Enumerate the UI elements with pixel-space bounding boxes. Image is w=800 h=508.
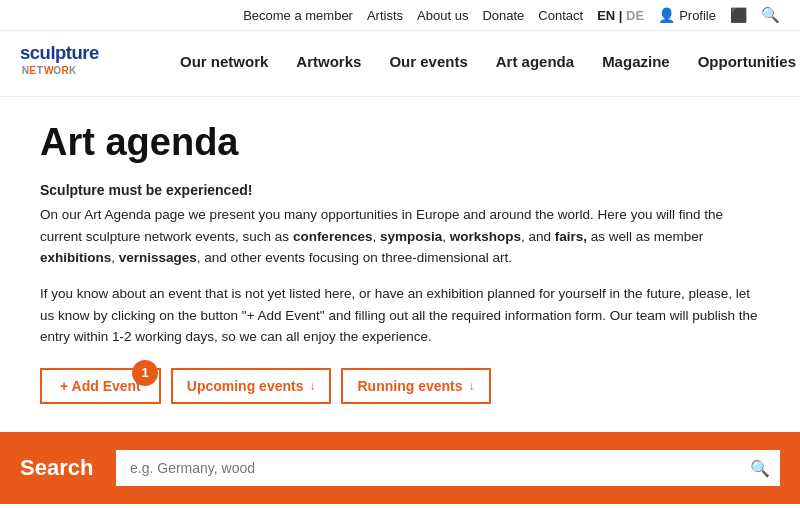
running-events-button[interactable]: Running events ↓ [341, 368, 490, 404]
upcoming-chevron-icon: ↓ [309, 379, 315, 393]
search-section: Search 🔍 [0, 432, 800, 504]
profile-link[interactable]: 👤 Profile [658, 7, 716, 23]
logo[interactable]: sculpture N E T W O R K [20, 39, 150, 96]
action-buttons-row: + Add Event 1 Upcoming events ↓ Running … [40, 368, 760, 404]
header: sculpture N E T W O R K Our network Artw… [0, 31, 800, 97]
search-icon[interactable]: 🔍 [761, 6, 780, 24]
intro-bold: Sculpture must be experienced! [40, 182, 760, 198]
language-switcher: EN | DE [597, 8, 644, 23]
running-chevron-icon: ↓ [469, 379, 475, 393]
about-us-link[interactable]: About us [417, 8, 468, 23]
donate-link[interactable]: Donate [482, 8, 524, 23]
nav-artworks[interactable]: Artworks [296, 53, 361, 70]
search-input-wrapper: 🔍 [116, 450, 780, 486]
profile-label[interactable]: Profile [679, 8, 716, 23]
top-bar: Become a member Artists About us Donate … [0, 0, 800, 31]
upcoming-events-button[interactable]: Upcoming events ↓ [171, 368, 332, 404]
search-label: Search [20, 455, 100, 481]
search-submit-icon: 🔍 [750, 459, 770, 476]
lang-de[interactable]: DE [626, 8, 644, 23]
running-events-label: Running events [357, 378, 462, 394]
nav-magazine[interactable]: Magazine [602, 53, 670, 70]
logout-icon[interactable]: ⬛ [730, 7, 747, 23]
nav-art-agenda[interactable]: Art agenda [496, 53, 574, 70]
page-title: Art agenda [40, 121, 760, 164]
search-submit-button[interactable]: 🔍 [750, 458, 770, 477]
lang-sep: | [619, 8, 626, 23]
notification-badge: 1 [132, 360, 158, 386]
become-member-link[interactable]: Become a member [243, 8, 353, 23]
contact-link[interactable]: Contact [538, 8, 583, 23]
user-icon: 👤 [658, 7, 675, 23]
upcoming-events-label: Upcoming events [187, 378, 304, 394]
nav-our-events[interactable]: Our events [389, 53, 467, 70]
nav-our-network[interactable]: Our network [180, 53, 268, 70]
page-content: Art agenda Sculpture must be experienced… [20, 97, 780, 404]
lang-en[interactable]: EN [597, 8, 615, 23]
svg-text:K: K [69, 65, 79, 76]
search-input[interactable] [116, 450, 780, 486]
main-nav: Our network Artworks Our events Art agen… [180, 53, 796, 82]
nav-opportunities[interactable]: Opportunities [698, 53, 796, 70]
svg-text:sculpture: sculpture [20, 42, 99, 63]
artists-link[interactable]: Artists [367, 8, 403, 23]
intro-paragraph-1: On our Art Agenda page we present you ma… [40, 204, 760, 269]
intro-paragraph-2: If you know about an event that is not y… [40, 283, 760, 348]
